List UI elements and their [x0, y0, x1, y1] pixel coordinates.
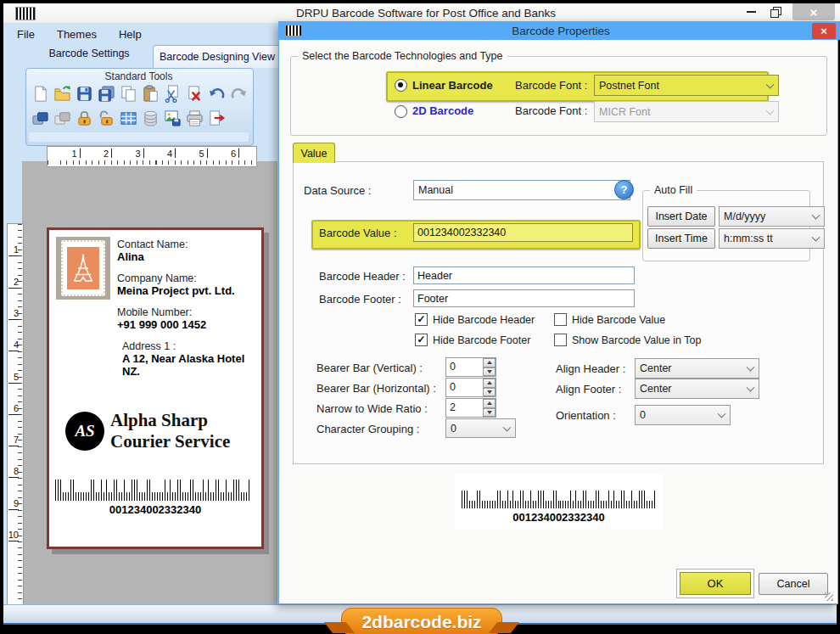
barcode-bar [205, 492, 206, 502]
ok-button[interactable]: OK [680, 572, 751, 595]
technology-group-title: Select the Barcode Technologies and Type [298, 50, 507, 62]
barcode-bar [482, 501, 483, 508]
tab-barcode-settings[interactable]: Barcode Settings [25, 48, 153, 65]
time-format-combobox[interactable]: h:mm:ss tt [719, 228, 825, 249]
align-header-combobox[interactable]: Center [635, 358, 759, 379]
label-card-preview[interactable]: Contact Name:AlinaCompany Name:Meina Pro… [47, 227, 264, 549]
card-field: Company Name:Meina Project pvt. Ltd. [117, 272, 255, 297]
minimize-button[interactable] [740, 3, 762, 20]
ruler-tick [8, 288, 19, 289]
checkbox-icon[interactable] [554, 334, 567, 346]
spin-up-button[interactable] [483, 358, 496, 367]
duplicate-icon[interactable] [30, 107, 50, 129]
barcode-bar [78, 492, 79, 502]
insert-date-button[interactable]: Insert Date [647, 206, 715, 227]
cut-icon[interactable] [162, 82, 182, 104]
ruler-number: 5 [193, 149, 204, 159]
checkbox-show-barcode-value-in-top[interactable]: Show Barcode Value in Top [554, 334, 814, 346]
barcode-bar [172, 492, 173, 502]
linear-font-combobox[interactable]: Postnet Font [594, 75, 779, 96]
align-footer-combobox[interactable]: Center [635, 379, 759, 399]
save-icon[interactable] [74, 82, 94, 104]
open-icon[interactable] [52, 82, 72, 104]
resize-grip[interactable] [825, 592, 833, 601]
orientation-combobox[interactable]: 0 [635, 405, 731, 425]
narrow-wide-ratio-spinner[interactable]: 2 [445, 398, 496, 418]
2d-barcode-radio[interactable] [395, 105, 407, 118]
barcode-bar [639, 491, 640, 508]
copy-icon[interactable] [118, 82, 138, 104]
barcode-bar [175, 492, 176, 502]
checkbox-icon[interactable] [554, 313, 567, 326]
barcode-bar [472, 501, 473, 508]
paste-icon[interactable] [140, 82, 160, 104]
checkbox-hide-barcode-value[interactable]: Hide Barcode Value [554, 313, 814, 326]
restore-icon [770, 7, 782, 18]
ruler-tick [80, 149, 81, 158]
new-icon[interactable] [30, 82, 50, 104]
tab-barcode-designing-view[interactable]: Barcode Designing View [153, 45, 282, 68]
ruler-tick [8, 446, 19, 446]
unlock-icon[interactable] [96, 107, 116, 129]
date-format-combobox[interactable]: M/d/yyyy [719, 206, 825, 227]
barcode-bar [73, 480, 74, 501]
image-export-icon[interactable] [162, 107, 182, 129]
barcode-bar [91, 480, 92, 501]
barcode-bar [124, 480, 125, 501]
barcode-bar [190, 480, 191, 501]
close-button[interactable]: × [792, 3, 835, 20]
grid-icon[interactable] [118, 107, 138, 129]
undo-icon[interactable] [206, 82, 227, 104]
dialog-tab-value[interactable]: Value [293, 143, 335, 163]
cancel-button[interactable]: Cancel [759, 573, 828, 595]
insert-time-button[interactable]: Insert Time [647, 228, 715, 249]
barcode-bar [588, 501, 589, 508]
menu-themes[interactable]: Themes [57, 28, 97, 41]
barcode-bar [601, 501, 602, 508]
lock-icon[interactable] [74, 107, 94, 129]
data-source-combobox[interactable]: Manual [413, 180, 630, 200]
character-grouping-combobox[interactable]: 0 [445, 418, 516, 438]
ruler-number: 6 [224, 149, 236, 159]
barcode-value-input[interactable] [413, 223, 633, 242]
duplicate-gray-icon[interactable] [52, 107, 72, 129]
delete-icon[interactable] [184, 82, 204, 104]
barcode-bar [551, 501, 552, 508]
redo-icon[interactable] [228, 82, 249, 104]
checkbox-hide-barcode-footer[interactable]: ✓Hide Barcode Footer [415, 334, 554, 346]
dialog-close-button[interactable]: × [812, 23, 836, 39]
restore-button[interactable] [765, 3, 787, 20]
database-icon[interactable] [140, 107, 160, 129]
menu-file[interactable]: File [17, 28, 35, 41]
brand-line-2: Courier Service [110, 431, 230, 452]
spin-down-button[interactable] [483, 388, 496, 397]
spin-up-button[interactable] [483, 399, 496, 408]
checkbox-icon[interactable]: ✓ [415, 313, 428, 326]
card-field-label: Mobile Number: [117, 306, 255, 318]
barcode-header-input[interactable] [413, 267, 635, 284]
barcode-bar [510, 501, 511, 508]
help-button[interactable]: ? [614, 180, 634, 199]
spin-up-button[interactable] [483, 379, 496, 388]
bearer-horizontal-spinner[interactable]: 0 [445, 378, 496, 397]
dialog-titlebar[interactable]: Barcode Properties [278, 21, 840, 40]
exit-icon[interactable] [206, 107, 227, 129]
company-brand-text: Alpha Sharp Courier Service [110, 410, 230, 452]
barcode-bar [60, 480, 61, 501]
checkbox-icon[interactable]: ✓ [415, 334, 428, 346]
barcode-footer-input[interactable] [413, 289, 635, 307]
bearer-vertical-spinner[interactable]: 0 [445, 357, 496, 377]
spin-down-button[interactable] [483, 367, 496, 377]
barcode-bar [233, 480, 234, 501]
print-icon[interactable] [184, 107, 204, 129]
checkbox-hide-barcode-header[interactable]: ✓Hide Barcode Header [415, 313, 554, 326]
barcode-bar [70, 480, 71, 501]
barcode-bar [553, 491, 554, 508]
barcode-bar [477, 491, 478, 508]
linear-barcode-radio[interactable] [395, 79, 407, 92]
save-all-icon[interactable] [96, 82, 116, 104]
ruler-number: 1 [8, 244, 19, 255]
spin-down-button[interactable] [483, 408, 496, 418]
barcode-bar [593, 501, 594, 508]
menu-help[interactable]: Help [119, 28, 142, 41]
